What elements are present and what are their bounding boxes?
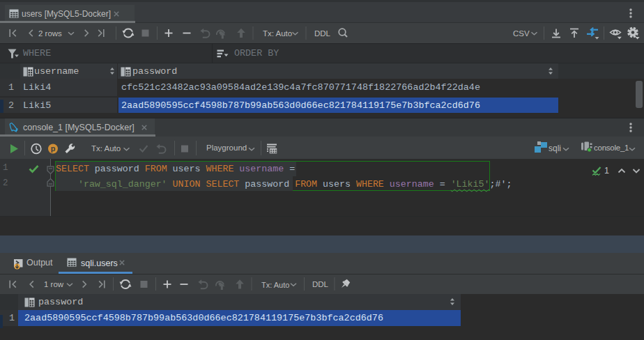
svg-text:p: p bbox=[51, 144, 56, 153]
